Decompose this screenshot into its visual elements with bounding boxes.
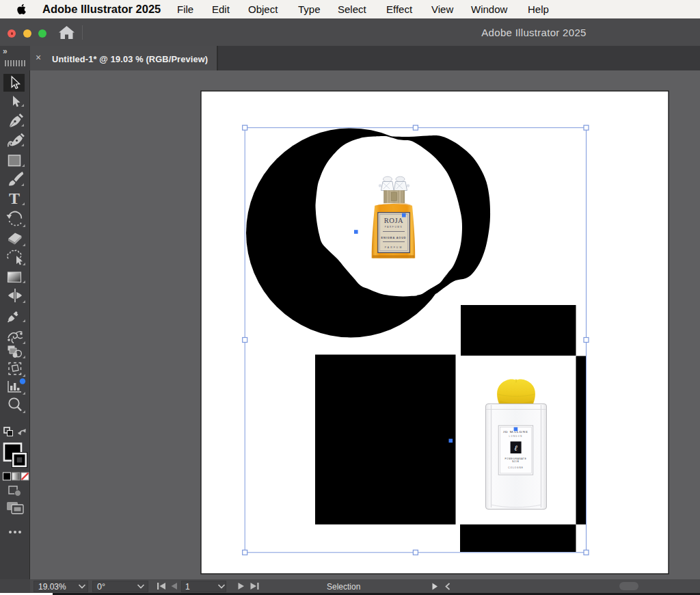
svg-text:COLOGNE: COLOGNE <box>508 466 523 469</box>
svg-text:T: T <box>9 189 20 207</box>
svg-text:LONDON: LONDON <box>509 435 522 438</box>
svg-text:NOIR: NOIR <box>512 460 520 463</box>
svg-text:PARFUMS: PARFUMS <box>385 226 403 228</box>
svg-text:POMEGRANATE: POMEGRANATE <box>505 458 527 460</box>
svg-text:ENIGMA AOUD: ENIGMA AOUD <box>381 237 406 239</box>
svg-text:ROJA: ROJA <box>384 217 403 224</box>
svg-text:PARFUM: PARFUM <box>385 246 403 249</box>
svg-text:ℓ: ℓ <box>514 444 517 452</box>
